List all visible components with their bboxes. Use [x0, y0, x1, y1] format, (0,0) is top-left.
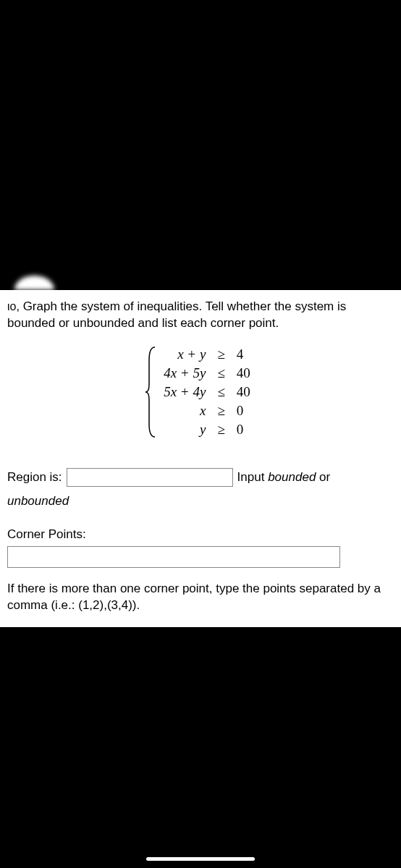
question-panel: ιο, Graph the system of inequalities. Te…	[0, 290, 401, 627]
question-text: ιο, Graph the system of inequalities. Te…	[7, 299, 394, 332]
left-brace	[145, 345, 158, 439]
home-indicator[interactable]	[146, 857, 255, 861]
inequality-table: x + y ≥ 4 4x + 5y ≤ 40 5x + 4y ≤ 40 x ≥	[158, 345, 256, 439]
corner-points-instruction: If there is more than one corner point, …	[7, 581, 394, 614]
inequality-row: 5x + 4y ≤ 40	[158, 383, 256, 401]
region-hint-line2: unbounded	[7, 494, 394, 509]
region-label: Region is:	[7, 470, 62, 485]
inequality-system: x + y ≥ 4 4x + 5y ≤ 40 5x + 4y ≤ 40 x ≥	[7, 345, 394, 439]
region-input[interactable]	[67, 468, 233, 487]
question-prefix: ιο,	[7, 300, 20, 312]
question-body: Graph the system of inequalities. Tell w…	[7, 299, 346, 330]
inequality-row: y ≥ 0	[158, 420, 256, 439]
content-peek	[14, 276, 54, 290]
inequality-row: x ≥ 0	[158, 401, 256, 420]
inequality-row: x + y ≥ 4	[158, 345, 256, 364]
region-hint: Input bounded or	[237, 470, 331, 485]
inequality-row: 4x + 5y ≤ 40	[158, 364, 256, 383]
corner-points-label: Corner Points:	[7, 527, 394, 542]
corner-points-input[interactable]	[7, 546, 340, 568]
region-row: Region is: Input bounded or	[7, 468, 394, 487]
